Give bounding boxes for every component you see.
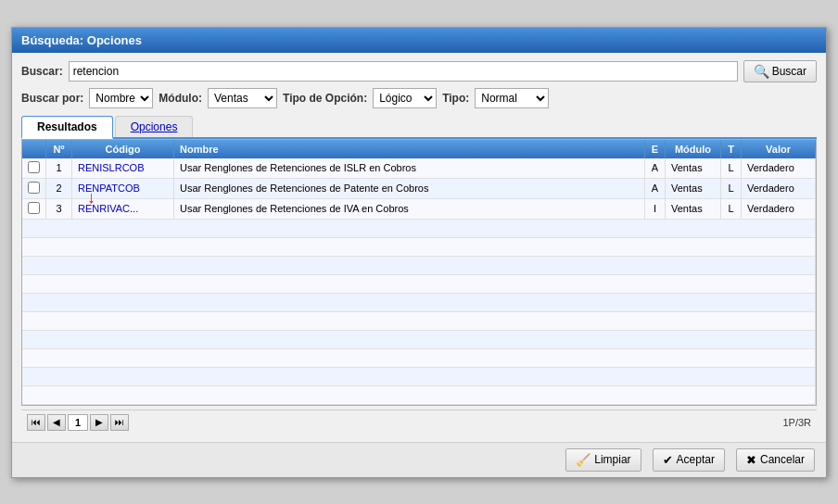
cancel-label: Cancelar bbox=[760, 453, 805, 466]
col-codigo: Código bbox=[72, 140, 174, 158]
tabs: Resultados Opciones bbox=[21, 116, 817, 139]
row-num: 3 bbox=[46, 198, 72, 219]
empty-row bbox=[22, 367, 816, 385]
module-label: Módulo: bbox=[159, 92, 202, 105]
dialog-title: Búsqueda: Opciones bbox=[21, 33, 142, 47]
type-label: Tipo: bbox=[442, 92, 469, 105]
tab-opciones[interactable]: Opciones bbox=[115, 116, 194, 137]
row-codigo-link[interactable]: RENISLRCOB bbox=[78, 162, 145, 173]
dialog-body: Buscar: 🔍 Buscar Buscar por: Nombre Códi… bbox=[12, 53, 826, 442]
current-page: 1 bbox=[68, 414, 88, 431]
row-codigo[interactable]: ↓ RENRIVAC... bbox=[72, 198, 174, 219]
dialog: Búsqueda: Opciones Buscar: 🔍 Buscar Busc… bbox=[11, 27, 827, 478]
col-nombre: Nombre bbox=[174, 140, 645, 158]
cancel-button[interactable]: ✖ Cancelar bbox=[736, 448, 815, 472]
empty-row bbox=[22, 256, 816, 274]
row-modulo: Ventas bbox=[666, 198, 721, 219]
empty-row bbox=[22, 330, 816, 348]
row-e: A bbox=[645, 178, 666, 198]
type-select[interactable]: Normal Avanzado bbox=[475, 88, 549, 108]
row-codigo-link[interactable]: RENPATCOB bbox=[78, 183, 140, 194]
col-e: E bbox=[645, 140, 666, 158]
col-num: Nº bbox=[46, 140, 72, 158]
type-option-select[interactable]: Lógico Texto Número bbox=[373, 88, 437, 108]
empty-row bbox=[22, 219, 816, 237]
empty-row bbox=[22, 348, 816, 367]
row-num: 1 bbox=[46, 158, 72, 179]
filter-row: Buscar por: Nombre Código Módulo: Ventas… bbox=[21, 88, 817, 108]
last-page-button[interactable]: ⏭ bbox=[110, 414, 129, 431]
row-checkbox-cell bbox=[22, 198, 46, 219]
empty-row bbox=[22, 311, 816, 330]
prev-page-button[interactable]: ◀ bbox=[47, 414, 66, 431]
clear-label: Limpiar bbox=[594, 453, 630, 466]
row-codigo[interactable]: RENISLRCOB bbox=[72, 158, 174, 179]
col-modulo: Módulo bbox=[666, 140, 721, 158]
row-nombre: Usar Renglones de Retenciones de ISLR en… bbox=[174, 158, 645, 179]
title-bar: Búsqueda: Opciones bbox=[12, 28, 826, 53]
row-nombre: Usar Renglones de Retenciones de IVA en … bbox=[174, 198, 645, 219]
row-checkbox-cell bbox=[22, 178, 46, 198]
pagination-row: ⏮ ◀ 1 ▶ ⏭ 1P/3R bbox=[21, 410, 817, 435]
row-checkbox[interactable] bbox=[28, 161, 40, 173]
row-num: 2 bbox=[46, 178, 72, 198]
col-t: T bbox=[721, 140, 742, 158]
search-button-label: Buscar bbox=[772, 65, 806, 78]
results-table-container: Nº Código Nombre E Módulo T Valor bbox=[21, 139, 817, 406]
table-header-row: Nº Código Nombre E Módulo T Valor bbox=[22, 140, 816, 158]
row-valor: Verdadero bbox=[742, 158, 816, 179]
binoculars-icon: 🔍 bbox=[754, 64, 769, 79]
table-row: 3 ↓ RENRIVAC... Usar Renglones de Retenc… bbox=[22, 198, 816, 219]
tab-opciones-label: Opciones bbox=[131, 120, 178, 133]
row-modulo: Ventas bbox=[666, 178, 721, 198]
row-checkbox[interactable] bbox=[28, 182, 40, 194]
first-page-button[interactable]: ⏮ bbox=[27, 414, 45, 431]
table-row: 2 RENPATCOB Usar Renglones de Retencione… bbox=[22, 178, 816, 198]
row-checkbox-cell bbox=[22, 158, 46, 179]
by-select[interactable]: Nombre Código bbox=[89, 88, 153, 108]
broom-icon: 🧹 bbox=[576, 453, 590, 467]
clear-button[interactable]: 🧹 Limpiar bbox=[565, 448, 641, 472]
row-t: L bbox=[721, 198, 742, 219]
results-table: Nº Código Nombre E Módulo T Valor bbox=[22, 140, 816, 405]
row-nombre: Usar Renglones de Retenciones de Patente… bbox=[174, 178, 645, 198]
row-e: I bbox=[645, 198, 666, 219]
table-row: 1 RENISLRCOB Usar Renglones de Retencion… bbox=[22, 158, 816, 179]
search-row: Buscar: 🔍 Buscar bbox=[21, 60, 817, 82]
next-page-button[interactable]: ▶ bbox=[90, 414, 108, 431]
module-select[interactable]: Ventas Compras bbox=[208, 88, 277, 108]
tab-resultados[interactable]: Resultados bbox=[21, 116, 113, 139]
search-input[interactable] bbox=[69, 61, 738, 82]
empty-row bbox=[22, 274, 816, 293]
accept-button[interactable]: ✔ Aceptar bbox=[653, 448, 725, 472]
row-e: A bbox=[645, 158, 666, 179]
by-label: Buscar por: bbox=[21, 92, 83, 105]
row-modulo: Ventas bbox=[666, 158, 721, 179]
empty-row bbox=[22, 385, 816, 404]
row-valor: Verdadero bbox=[742, 178, 816, 198]
row-codigo[interactable]: RENPATCOB bbox=[72, 178, 174, 198]
table-body: 1 RENISLRCOB Usar Renglones de Retencion… bbox=[22, 158, 816, 405]
accept-label: Aceptar bbox=[677, 453, 715, 466]
row-valor: Verdadero bbox=[742, 198, 816, 219]
row-checkbox[interactable] bbox=[28, 202, 40, 214]
page-info: 1P/3R bbox=[782, 417, 811, 428]
footer: 🧹 Limpiar ✔ Aceptar ✖ Cancelar bbox=[12, 442, 826, 477]
check-icon: ✔ bbox=[663, 453, 673, 467]
tab-resultados-label: Resultados bbox=[37, 120, 97, 133]
tabs-area: Resultados Opciones bbox=[21, 116, 817, 139]
row-t: L bbox=[721, 158, 742, 179]
search-button[interactable]: 🔍 Buscar bbox=[743, 60, 817, 82]
empty-row bbox=[22, 237, 816, 256]
col-valor: Valor bbox=[742, 140, 816, 158]
x-icon: ✖ bbox=[746, 453, 756, 467]
search-label: Buscar: bbox=[21, 65, 63, 78]
empty-row bbox=[22, 293, 816, 311]
col-check bbox=[22, 140, 46, 158]
pagination-left: ⏮ ◀ 1 ▶ ⏭ bbox=[27, 414, 129, 431]
type-option-label: Tipo de Opción: bbox=[283, 92, 367, 105]
row-t: L bbox=[721, 178, 742, 198]
row-codigo-link[interactable]: RENRIVAC... bbox=[78, 203, 138, 214]
